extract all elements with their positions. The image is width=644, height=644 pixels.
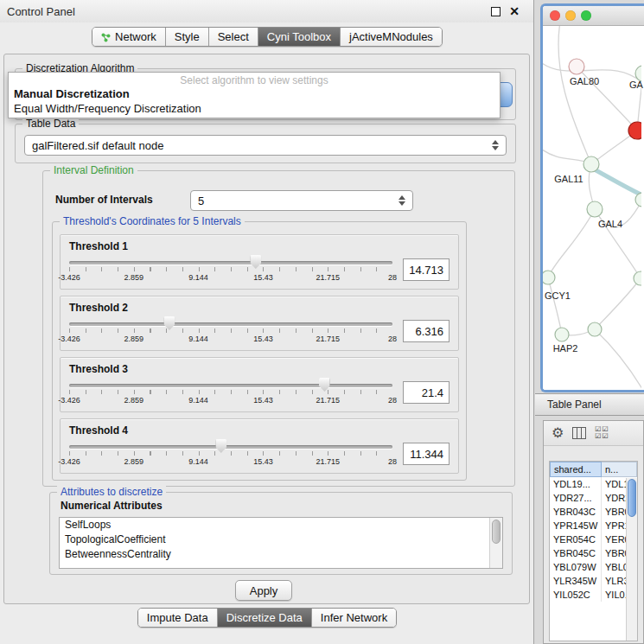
network-node[interactable] [543, 271, 555, 284]
column-header[interactable]: n... [602, 462, 637, 477]
table-cell[interactable]: YER054C [550, 532, 602, 546]
threshold-slider[interactable]: -3.426 2.859 9.144 15.43 21.715 28 [69, 377, 392, 408]
apply-button[interactable]: Apply [235, 580, 292, 601]
tab-infer-network[interactable]: Infer Network [311, 609, 396, 627]
tab-select[interactable]: Select [208, 28, 258, 46]
threshold-slider[interactable]: -3.426 2.859 9.144 15.43 21.715 28 [69, 316, 392, 347]
tab-label: Style [175, 30, 200, 43]
minimize-traffic-light-icon[interactable] [565, 10, 576, 21]
tick-label: -3.426 [58, 335, 80, 343]
table-row[interactable]: YER054CYER0... [550, 532, 637, 546]
gear-icon[interactable]: ⚙ [552, 426, 564, 440]
network-node[interactable] [634, 271, 641, 285]
table-cell[interactable]: YPR145W [550, 519, 602, 532]
slider-track[interactable] [69, 322, 392, 326]
attributes-group: Attributes to discretize Numerical Attri… [49, 492, 513, 575]
table-row[interactable]: YLR345WYLR3... [550, 574, 637, 588]
bottom-tab-bar: Impute Data Discretize Data Infer Networ… [0, 608, 534, 628]
table-panel-title: Table Panel [547, 399, 602, 411]
threshold-value-field[interactable]: 11.344 [403, 443, 450, 465]
menu-item-equal-width-frequency[interactable]: Equal Width/Frequency Discretization [9, 101, 500, 116]
tick-label: 15.43 [253, 335, 273, 343]
tick-label: -3.426 [58, 273, 80, 282]
tab-impute-data[interactable]: Impute Data [138, 609, 217, 627]
table-cell[interactable]: YBR043C [550, 505, 602, 519]
control-panel-window: Control Panel ✕ [0, 0, 534, 644]
number-of-intervals-combobox[interactable]: 5 [190, 190, 413, 211]
list-scrollbar[interactable] [489, 518, 502, 568]
node-label: GCY1 [545, 290, 571, 301]
combobox-value: galFiltered.sif default node [32, 139, 163, 152]
tick-label: 9.144 [188, 457, 208, 466]
column-header[interactable]: shared... [550, 462, 602, 477]
table-row[interactable]: YIL052CYIL0... [550, 588, 637, 602]
tick-label: 28 [388, 335, 397, 343]
node-label: GAL11 [554, 174, 583, 184]
list-item[interactable]: TopologicalCoefficient [60, 532, 502, 547]
threshold-slider[interactable]: -3.426 2.859 9.144 15.43 21.715 28 [69, 254, 392, 285]
threshold-label: Threshold 1 [69, 240, 450, 252]
tab-style[interactable]: Style [165, 28, 208, 46]
table-row[interactable]: YDL19...YDL1... [550, 477, 637, 491]
table-cell[interactable]: YBL079W [550, 560, 602, 574]
table-row[interactable]: YDR27...YDR2... [550, 491, 637, 505]
select-columns-icon[interactable]: ☑☑ ☑☑ [595, 426, 614, 440]
table-row[interactable]: YBR045CYBR0... [550, 546, 637, 560]
tab-cyni-toolbox[interactable]: Cyni Toolbox [258, 28, 340, 46]
threshold-value-field[interactable]: 14.713 [403, 258, 450, 281]
menu-item-manual-discretization[interactable]: Manual Discretization [9, 86, 500, 101]
threshold-panel: Threshold 4 -3.426 2.859 9.144 1 [60, 418, 459, 474]
node-table: shared... n... YDL19...YDL1... YDR27...Y… [549, 461, 638, 641]
threshold-slider[interactable]: -3.426 2.859 9.144 15.43 21.715 28 [69, 438, 392, 469]
network-node[interactable] [587, 201, 603, 217]
scrollbar-thumb[interactable] [492, 520, 501, 544]
tick-label: 21.715 [316, 396, 340, 405]
tab-label: Infer Network [321, 611, 387, 624]
thresholds-group: Threshold's Coordinates for 5 Intervals … [52, 221, 467, 481]
float-window-icon[interactable] [491, 7, 501, 16]
tick-label: 21.715 [316, 457, 340, 466]
tick-label: 21.715 [316, 273, 340, 282]
scrollbar-thumb[interactable] [628, 479, 636, 517]
table-cell[interactable]: YIL052C [550, 588, 602, 602]
slider-track[interactable] [69, 445, 392, 449]
tab-discretize-data[interactable]: Discretize Data [217, 609, 311, 627]
table-row[interactable]: YBR043CYBR0... [550, 505, 637, 519]
tick-label: 9.144 [188, 396, 208, 405]
columns-icon[interactable] [572, 427, 586, 439]
close-traffic-light-icon[interactable] [550, 10, 560, 21]
top-tab-bar: Network Style Select Cyni Toolbox jActiv… [0, 27, 534, 47]
threshold-value-field[interactable]: 21.4 [403, 381, 450, 404]
list-item[interactable]: BetweennessCentrality [60, 547, 502, 562]
threshold-label: Threshold 2 [69, 302, 450, 314]
table-scrollbar[interactable] [626, 478, 637, 641]
tab-jactivemnodules[interactable]: jActiveMNodules [340, 28, 442, 46]
network-canvas[interactable]: GAL80 GA GAL11 GAL4 GCY1 HAP2 [543, 26, 641, 390]
network-node[interactable] [569, 59, 584, 74]
numerical-attributes-list[interactable]: SelfLoops TopologicalCoefficient Between… [59, 517, 503, 569]
network-node[interactable] [555, 328, 569, 341]
zoom-traffic-light-icon[interactable] [581, 10, 591, 21]
table-cell[interactable]: YDR27... [550, 491, 602, 505]
window-title: Control Panel [7, 5, 75, 18]
network-node[interactable] [583, 156, 599, 172]
slider-track[interactable] [69, 261, 392, 265]
table-data-combobox[interactable]: galFiltered.sif default node [24, 135, 507, 156]
network-node[interactable] [635, 193, 641, 207]
selected-network-node[interactable] [628, 122, 641, 139]
table-row[interactable]: YPR145WYPR1... [550, 519, 637, 532]
list-item[interactable]: SelfLoops [60, 518, 502, 532]
threshold-value-field[interactable]: 6.316 [403, 320, 450, 342]
slider-track[interactable] [69, 384, 392, 387]
table-row[interactable]: YBL079WYBL0... [550, 560, 637, 574]
tick-label: 2.859 [124, 335, 144, 343]
table-cell[interactable]: YBR045C [550, 546, 602, 560]
table-panel-header: Table Panel [535, 393, 644, 416]
tab-network[interactable]: Network [92, 28, 165, 46]
table-cell[interactable]: YDL19... [550, 477, 602, 491]
table-cell[interactable]: YLR345W [550, 574, 602, 588]
network-node[interactable] [588, 322, 602, 336]
close-icon[interactable]: ✕ [509, 5, 520, 17]
cyni-toolbox-panel: Discretization Algorithm Select algorith… [3, 54, 530, 604]
tick-label: -3.426 [58, 457, 80, 466]
